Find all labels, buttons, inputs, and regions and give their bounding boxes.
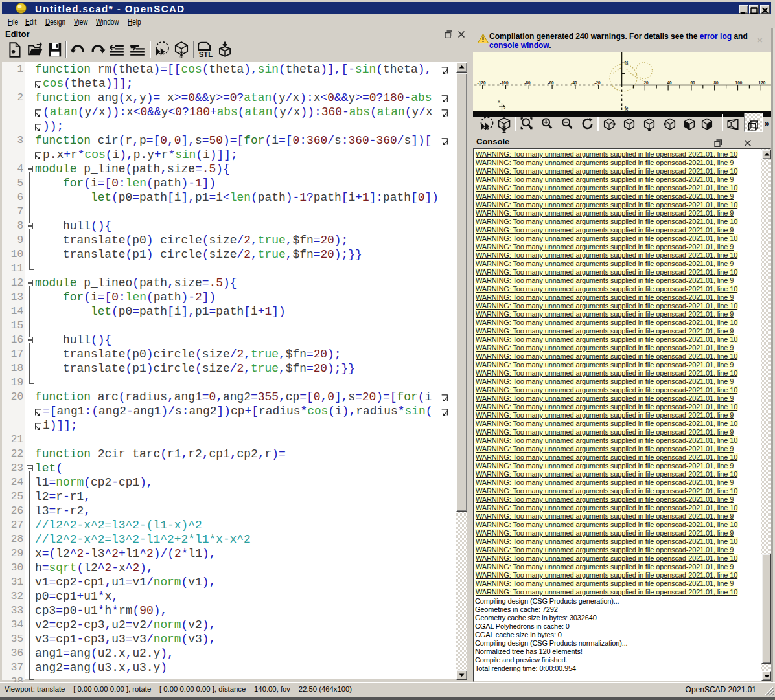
svg-text:120: 120 bbox=[759, 80, 766, 85]
svg-text:80: 80 bbox=[713, 80, 719, 85]
svg-text:-40: -40 bbox=[571, 80, 577, 85]
svg-text:-20: -20 bbox=[594, 80, 601, 85]
svg-text:60: 60 bbox=[690, 80, 695, 85]
svg-text:-100: -100 bbox=[500, 80, 508, 85]
svg-text:x: x bbox=[498, 98, 500, 104]
svg-text:z: z bbox=[503, 105, 506, 111]
svg-text:20: 20 bbox=[643, 80, 649, 85]
svg-text:100: 100 bbox=[735, 80, 743, 85]
svg-text:-80: -80 bbox=[524, 80, 531, 85]
svg-text:-120: -120 bbox=[477, 80, 485, 85]
svg-text:-20: -20 bbox=[624, 106, 629, 111]
svg-text:STL: STL bbox=[199, 51, 213, 58]
svg-text:-60: -60 bbox=[548, 80, 554, 85]
svg-text:40: 40 bbox=[667, 80, 672, 85]
